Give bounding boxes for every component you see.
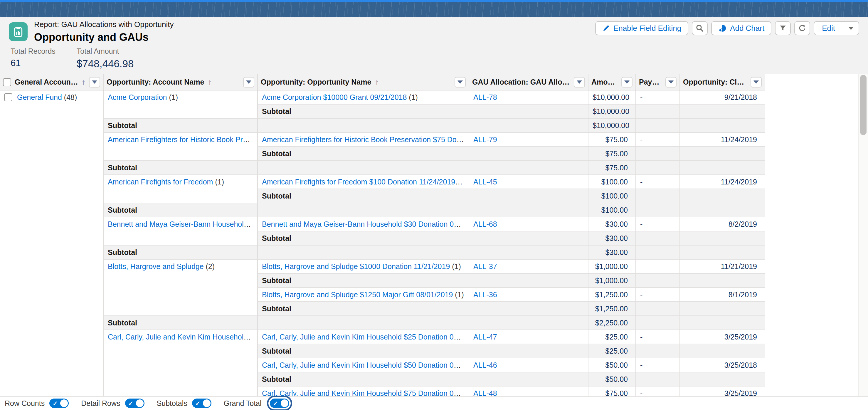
enable-field-editing-button[interactable]: Enable Field Editing: [595, 21, 688, 35]
opportunity-group-cell-link[interactable]: Acme Corporation $10000 Grant 09/21/2018: [262, 93, 407, 101]
account-group-cell-link[interactable]: American Firefighters for Historic Book …: [108, 135, 253, 144]
account-subtotal-row: Subtotal$30.00: [0, 245, 765, 259]
allocation-link[interactable]: ALL-68: [473, 220, 497, 228]
opportunity-group-cell-link[interactable]: Carl, Carly, Julie and Kevin Kim Househo…: [262, 333, 465, 341]
opportunity-group-cell-link[interactable]: Blotts, Hargrove and Spludge $1250 Major…: [262, 290, 453, 299]
column-header-2: Opportunity: Account Name↑: [103, 74, 257, 90]
report-totals: Total Records 61 Total Amount $748,446.9…: [9, 43, 859, 74]
opportunity-group-cell-link[interactable]: American Firefights for Freedom $100 Don…: [262, 178, 463, 186]
refresh-button[interactable]: [794, 21, 810, 35]
empty-cell: [257, 118, 469, 132]
account-subtotal-row: Subtotal$2,250.00: [0, 316, 765, 330]
column-menu-button[interactable]: [665, 77, 677, 88]
empty-cell: [469, 104, 588, 118]
amount-cell: $1,250.00: [588, 287, 636, 302]
edit-button[interactable]: Edit: [814, 22, 843, 35]
column-menu-button[interactable]: [621, 77, 632, 88]
subtotal-amount-cell: $25.00: [588, 344, 636, 358]
account-group-cell: American Firefighters for Historic Book …: [103, 132, 257, 161]
global-header-band: [0, 2, 868, 17]
account-group-cell-link[interactable]: Carl, Carly, Julie and Kevin Kim Househo…: [108, 333, 251, 341]
subtotal-amount-cell: $75.00: [588, 161, 636, 175]
sort-ascending-icon: ↑: [375, 77, 378, 87]
chevron-down-icon: [624, 81, 629, 84]
column-menu-button[interactable]: [243, 77, 254, 88]
row-count: (1): [167, 93, 178, 101]
subtotal-amount-cell: $30.00: [588, 231, 636, 245]
empty-cell: [469, 274, 588, 287]
subtotal-label-cell: Subtotal: [103, 118, 257, 132]
allocation-link[interactable]: ALL-78: [473, 93, 497, 101]
filter-button[interactable]: [775, 21, 791, 35]
account-group-cell-link[interactable]: American Firefights for Freedom: [108, 178, 213, 186]
add-chart-button[interactable]: Add Chart: [711, 21, 771, 35]
grand-total-toggle[interactable]: ✓: [270, 399, 289, 408]
toggle-knob: [281, 400, 288, 407]
vertical-scrollbar[interactable]: [858, 74, 868, 410]
search-button[interactable]: [692, 21, 708, 35]
detail-rows-toggle[interactable]: ✓: [125, 399, 145, 408]
allocation-cell: ALL-46: [469, 358, 588, 372]
edit-dropdown-button[interactable]: [843, 22, 859, 35]
row-counts-toggle[interactable]: ✓: [49, 399, 69, 408]
footer-toggle-group: Row Counts✓: [5, 399, 69, 408]
empty-cell: [469, 118, 588, 132]
close-date-cell: 11/24/2019: [680, 175, 765, 189]
payment-cell: -: [636, 358, 680, 372]
row-checkbox[interactable]: [4, 93, 12, 101]
empty-cell: [469, 316, 588, 330]
account-group-cell-link[interactable]: Blotts, Hargrove and Spludge: [108, 262, 204, 271]
account-group-cell-link[interactable]: Bennett and Maya Geiser-Bann Household: [108, 220, 251, 228]
select-all-checkbox[interactable]: [3, 78, 11, 86]
report-table: General Accounting Unit↑Opportunity: Acc…: [0, 74, 765, 410]
payment-cell: -: [636, 175, 680, 189]
row-count: (1): [407, 93, 418, 101]
column-menu-button[interactable]: [455, 77, 466, 88]
account-group-cell-link[interactable]: Acme Corporation: [108, 93, 167, 101]
empty-cell: [680, 118, 765, 132]
empty-cell: [636, 372, 680, 386]
check-icon: ✓: [273, 400, 278, 407]
opportunity-group-cell-link[interactable]: Blotts, Hargrove and Spludge $1000 Donat…: [262, 262, 450, 271]
subtotal-label-cell: Subtotal: [257, 104, 469, 118]
empty-cell: [636, 245, 680, 259]
payment-cell: -: [636, 90, 680, 104]
opportunity-group-cell-link[interactable]: American Firefighters for Historic Book …: [262, 135, 465, 144]
column-menu-button[interactable]: [574, 77, 585, 88]
subtotal-amount-cell: $50.00: [588, 372, 636, 386]
empty-cell: [636, 274, 680, 287]
subtotal-label-cell: Subtotal: [103, 245, 257, 259]
scrollbar-thumb[interactable]: [860, 75, 867, 135]
opportunity-group-cell-link[interactable]: Carl, Carly, Julie and Kevin Kim Househo…: [262, 361, 465, 369]
row-count: (48): [62, 93, 77, 101]
page-title: Opportunity and GAUs: [34, 31, 174, 43]
empty-cell: [257, 316, 469, 330]
allocation-link[interactable]: ALL-37: [473, 262, 497, 271]
close-date-cell: 8/2/2019: [680, 217, 765, 231]
sort-ascending-icon: ↑: [208, 77, 211, 87]
allocation-cell: ALL-36: [469, 287, 588, 302]
subtotal-label-cell: Subtotal: [257, 344, 469, 358]
allocation-link[interactable]: ALL-46: [473, 361, 497, 369]
allocation-link[interactable]: ALL-45: [473, 178, 497, 186]
allocation-link[interactable]: ALL-47: [473, 333, 497, 341]
allocation-cell: ALL-37: [469, 259, 588, 274]
gau-group-cell-link[interactable]: General Fund: [17, 93, 62, 101]
report-footer-toggle-bar: Row Counts✓Detail Rows✓Subtotals✓Grand T…: [0, 396, 868, 410]
allocation-link[interactable]: ALL-79: [473, 135, 497, 144]
column-menu-button[interactable]: [89, 77, 100, 88]
opportunity-group-cell-link[interactable]: Bennett and Maya Geiser-Bann Household $…: [262, 220, 465, 228]
empty-cell: [680, 189, 765, 203]
report-doctype-icon: [9, 22, 28, 41]
subtotals-toggle[interactable]: ✓: [192, 399, 211, 408]
payment-cell: -: [636, 287, 680, 302]
check-icon: ✓: [195, 400, 200, 407]
column-menu-button[interactable]: [750, 77, 762, 88]
opportunity-group-cell: Blotts, Hargrove and Spludge $1000 Donat…: [257, 259, 469, 274]
empty-cell: [636, 316, 680, 330]
allocation-link[interactable]: ALL-36: [473, 290, 497, 299]
chevron-down-icon: [92, 81, 97, 84]
account-group-cell: Acme Corporation (1): [103, 90, 257, 118]
empty-cell: [469, 231, 588, 245]
refresh-icon: [798, 24, 806, 32]
